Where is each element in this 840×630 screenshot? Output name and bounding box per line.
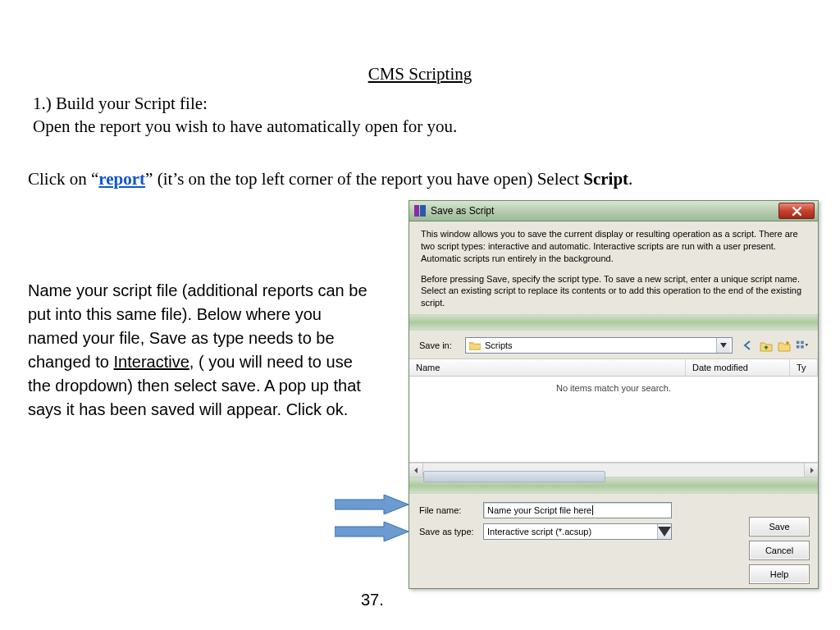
click-bold: Script: [583, 169, 628, 189]
svg-marker-11: [810, 468, 814, 473]
svg-rect-2: [414, 205, 419, 217]
col-name[interactable]: Name: [409, 359, 686, 376]
side-instructions: Name your script file (additional report…: [28, 279, 372, 422]
arrow-to-filename: [335, 495, 409, 514]
scroll-thumb[interactable]: [423, 471, 605, 482]
click-on-report-line: Click on “report” (it’s on the top left …: [28, 169, 799, 189]
back-arrow-icon[interactable]: [741, 339, 756, 352]
titlebar[interactable]: Save as Script: [409, 201, 818, 221]
filename-label: File name:: [419, 505, 483, 515]
step1-line2: Open the report you wish to have automat…: [33, 116, 457, 136]
page-number: 37.: [361, 591, 384, 609]
svg-rect-8: [801, 345, 804, 349]
arrow-to-saveastype: [335, 522, 409, 541]
app-icon: [414, 205, 426, 217]
filename-value: Name your Script file here: [487, 505, 591, 515]
svg-marker-4: [720, 343, 727, 348]
svg-marker-12: [658, 527, 671, 536]
step-1-text: 1.) Build your Script file: Open the rep…: [33, 92, 788, 139]
help-button[interactable]: Help: [749, 564, 810, 584]
col-type[interactable]: Ty: [790, 359, 818, 376]
save-in-label: Save in:: [419, 340, 460, 350]
desc-p2: Before pressing Save, specify the script…: [421, 273, 806, 310]
file-list-header[interactable]: Name Date modified Ty: [409, 358, 818, 377]
horizontal-scrollbar[interactable]: [409, 463, 818, 477]
step1-line1: 1.) Build your Script file:: [33, 94, 208, 113]
save-in-row: Save in: Scripts: [409, 331, 818, 358]
save-in-combo[interactable]: Scripts: [465, 337, 733, 354]
page-title: CMS Scripting: [0, 64, 840, 84]
svg-rect-5: [797, 341, 800, 345]
click-prefix: Click on “: [28, 169, 98, 189]
save-in-value: Scripts: [485, 340, 712, 350]
svg-marker-9: [806, 344, 809, 346]
chevron-down-icon[interactable]: [716, 338, 730, 353]
save-button[interactable]: Save: [749, 517, 810, 536]
view-menu-icon[interactable]: [795, 339, 810, 352]
svg-rect-6: [801, 341, 804, 345]
saveastype-label: Save as type:: [419, 527, 483, 536]
chevron-down-icon[interactable]: [657, 524, 671, 539]
decorative-band: [409, 314, 818, 331]
dialog-description: This window allows you to save the curre…: [409, 221, 818, 314]
scroll-left-button[interactable]: [409, 463, 423, 477]
filename-input[interactable]: Name your Script file here: [483, 502, 672, 518]
text-caret: [592, 505, 593, 515]
cancel-button[interactable]: Cancel: [749, 541, 810, 560]
svg-rect-7: [797, 345, 800, 349]
dialog-title: Save as Script: [431, 205, 494, 217]
empty-message: No items match your search.: [556, 383, 671, 393]
saveastype-combo[interactable]: Interactive script (*.acsup): [483, 523, 672, 540]
svg-marker-10: [414, 468, 418, 473]
click-mid: ” (it’s on the top left corner of the re…: [145, 169, 583, 189]
sidetext-interactive-word: Interactive: [114, 353, 189, 371]
save-as-script-dialog: Save as Script This window allows you to…: [409, 200, 819, 589]
svg-rect-3: [420, 205, 426, 217]
saveastype-value: Interactive script (*.acsup): [487, 527, 657, 536]
new-folder-icon[interactable]: [777, 339, 792, 352]
up-folder-icon[interactable]: [759, 339, 774, 352]
folder-icon: [469, 340, 481, 350]
svg-marker-1: [335, 522, 409, 541]
file-list[interactable]: No items match your search.: [409, 377, 818, 463]
click-suffix: .: [628, 169, 632, 189]
report-link[interactable]: report: [98, 169, 145, 189]
desc-p1: This window allows you to save the curre…: [421, 228, 806, 265]
close-button[interactable]: [778, 203, 815, 219]
col-date[interactable]: Date modified: [686, 359, 790, 376]
bottom-panel: File name: Name your Script file here Sa…: [409, 494, 818, 592]
svg-marker-0: [335, 495, 409, 514]
scroll-right-button[interactable]: [804, 463, 818, 477]
